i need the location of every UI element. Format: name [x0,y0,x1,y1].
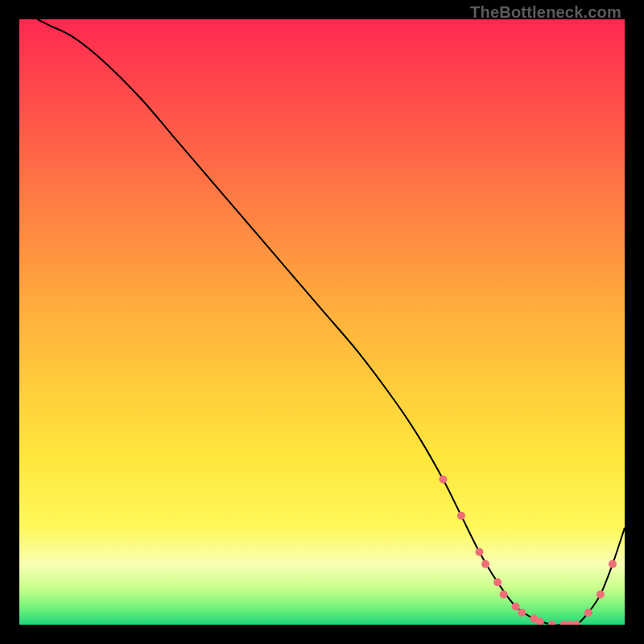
highlight-marker [584,609,592,617]
highlight-marker [500,590,508,598]
highlight-marker [512,602,520,610]
highlight-marker [493,578,502,586]
chart-frame [19,19,625,625]
chart-background [19,19,625,625]
highlight-marker [481,560,489,568]
highlight-marker [439,476,447,484]
watermark-text: TheBottleneck.com [470,3,621,22]
highlight-marker [609,560,617,568]
highlight-marker [457,512,465,520]
highlight-marker [476,548,484,556]
highlight-marker [597,590,605,598]
highlight-marker [518,609,526,617]
chart-svg [19,19,625,625]
